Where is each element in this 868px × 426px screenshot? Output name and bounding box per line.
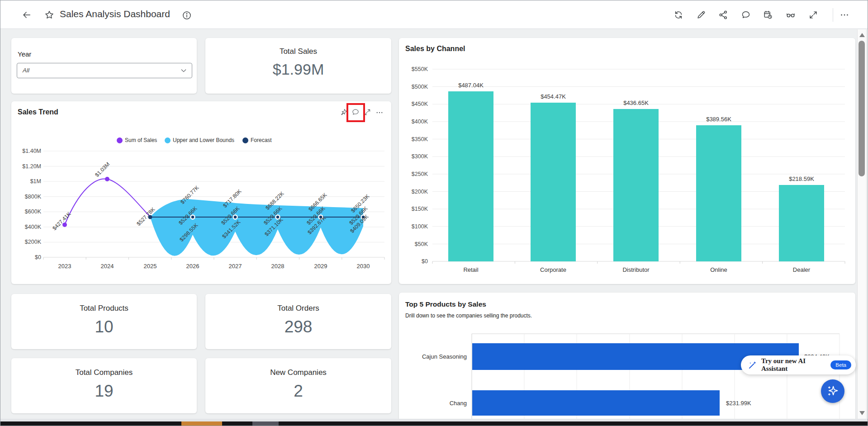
x-tick: 2026 [186, 263, 199, 270]
y-tick: $50K [415, 241, 428, 247]
kpi-value: 2 [205, 382, 391, 401]
sales-analysis-dashboard: { "header": { "title": "Sales Analysis D… [0, 0, 868, 426]
y-tick: $400K [25, 224, 42, 230]
comment-icon[interactable] [740, 9, 752, 21]
kpi-label: Total Orders [205, 304, 391, 313]
y-tick: $600K [25, 208, 42, 215]
app-header: Sales Analysis Dashboard [0, 0, 868, 29]
info-icon[interactable] [181, 9, 193, 21]
bar-dealer[interactable] [779, 185, 824, 261]
y-tick: $400K [412, 118, 428, 125]
bar-online[interactable] [696, 125, 741, 261]
x-tick: 2023 [58, 263, 71, 270]
fullscreen-icon[interactable] [807, 9, 819, 21]
sum-of-sales-line[interactable] [65, 179, 150, 225]
beta-badge: Beta [830, 360, 851, 369]
kpi-label: Total Companies [11, 368, 197, 377]
total-sales-card: Total Sales $1.99M [205, 38, 391, 94]
ai-assistant-tooltip[interactable]: Try our new AI Assistant Beta [741, 355, 856, 374]
bar-chang[interactable] [472, 390, 720, 416]
x-tick: 2030 [357, 263, 370, 270]
sales-by-channel-chart[interactable]: $550K $500K $450K $400K $350K $300K $250… [399, 38, 855, 284]
bar-value: $389.56K [706, 116, 731, 123]
x-tick: Corporate [540, 266, 566, 273]
y-tick: $800K [25, 194, 42, 200]
window-right-edge [866, 29, 868, 421]
x-tick: 2025 [144, 263, 157, 270]
x-tick: Distributor [622, 266, 650, 273]
taskbar-segment-orange [181, 421, 222, 426]
sparkle-icon [826, 385, 839, 398]
edit-pencil-icon[interactable] [695, 9, 707, 21]
star-icon[interactable] [43, 9, 55, 21]
bar-value: $231.99K [726, 400, 751, 407]
year-select[interactable]: All [17, 63, 192, 78]
toolbar-divider [833, 8, 833, 22]
new-companies-card: New Companies 2 [205, 358, 391, 413]
ai-tooltip-text: Try our new AI Assistant [761, 357, 830, 373]
kpi-value: $1.99M [205, 61, 391, 78]
y-tick: $450K [412, 101, 428, 107]
bar-value: $436.65K [623, 99, 649, 106]
taskbar-segment-gray [252, 421, 279, 426]
share-icon[interactable] [717, 9, 729, 21]
refresh-icon[interactable] [673, 9, 684, 21]
schedule-icon[interactable] [762, 9, 774, 21]
bar-value: $454.47K [541, 93, 566, 100]
filter-label: Year [18, 50, 31, 58]
total-products-card: Total Products 10 [11, 294, 197, 349]
bounds-band[interactable] [150, 199, 363, 256]
y-tick: $150K [412, 206, 428, 212]
kpi-label: New Companies [205, 368, 391, 377]
scrollbar-up-arrow-icon[interactable] [859, 33, 865, 37]
y-tick: $100K [412, 223, 428, 230]
total-orders-card: Total Orders 298 [205, 294, 391, 349]
y-tick: $1.40M [22, 148, 41, 154]
kpi-label: Total Sales [205, 47, 391, 56]
taskbar-strip [0, 421, 868, 426]
kpi-value: 10 [11, 317, 197, 336]
y-tick: $0 [422, 258, 428, 265]
bar-value: $218.59K [789, 175, 814, 182]
x-tick: 2028 [271, 263, 285, 270]
y-tick: $200K [25, 239, 42, 245]
annotation-red-box [346, 103, 365, 122]
data-label: $1.03M [94, 161, 111, 178]
bar-retail[interactable] [448, 91, 493, 261]
y-tick: $200K [412, 189, 428, 195]
more-ellipsis-icon[interactable] [839, 9, 850, 21]
total-companies-card: Total Companies 19 [11, 358, 197, 413]
x-tick: Online [710, 266, 727, 273]
bar-distributor[interactable] [613, 109, 659, 261]
bar-value: $487.04K [458, 82, 484, 89]
page-title: Sales Analysis Dashboard [60, 9, 170, 19]
x-tick: 2024 [101, 263, 114, 270]
scrollbar-thumb[interactable] [859, 41, 865, 176]
y-tick: $0 [35, 254, 41, 260]
y-category: Cajun Seasoning [422, 353, 467, 360]
x-tick: Dealer [793, 266, 811, 273]
kpi-value: 298 [205, 317, 391, 336]
y-tick: $1.20M [22, 163, 41, 170]
y-tick: $550K [412, 66, 428, 72]
ai-assistant-button[interactable] [821, 379, 844, 403]
data-label: $427.41K [51, 211, 72, 232]
sales-trend-card: Sales Trend Sum of Sales Upper and Lower… [11, 101, 391, 284]
view-glasses-icon[interactable] [785, 9, 797, 21]
data-point[interactable] [105, 177, 109, 181]
y-tick: $500K [412, 84, 428, 90]
sales-trend-chart[interactable]: $1.40M $1.20M $1M $800K $600K $400K $200… [11, 101, 391, 284]
x-tick: 2029 [314, 263, 327, 270]
y-tick: $350K [412, 136, 428, 142]
y-tick: $1M [30, 178, 41, 185]
x-tick: Retail [463, 266, 478, 273]
year-filter-card: Year All [11, 38, 197, 94]
y-category: Chang [450, 400, 467, 407]
bar-corporate[interactable] [531, 103, 576, 261]
magic-wand-icon [748, 360, 757, 369]
kpi-value: 19 [11, 382, 197, 401]
back-icon[interactable] [21, 9, 33, 21]
kpi-label: Total Products [11, 304, 197, 313]
scrollbar-down-arrow-icon[interactable] [859, 411, 865, 415]
chevron-down-icon [180, 67, 187, 74]
